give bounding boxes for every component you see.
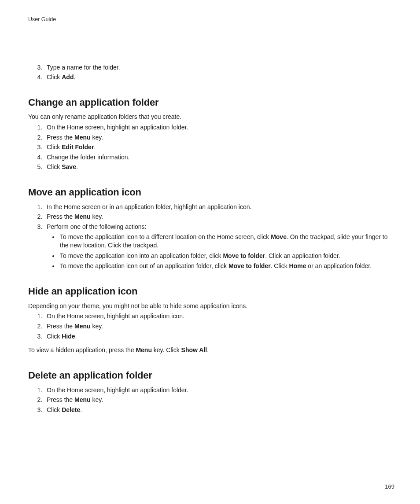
list-item: Click Add. bbox=[44, 73, 394, 82]
bullet-bold: Move bbox=[271, 233, 287, 240]
step-text: . bbox=[76, 163, 78, 170]
list-item: On the Home screen, highlight an applica… bbox=[44, 386, 394, 395]
bullet-text: To move the application icon out of an a… bbox=[60, 262, 228, 269]
step-text: Change the folder information. bbox=[47, 154, 129, 161]
note-text: key. Click bbox=[152, 346, 181, 353]
step-bold: Hide bbox=[62, 333, 75, 340]
step-text: Click bbox=[47, 406, 62, 413]
page-number: 169 bbox=[385, 483, 394, 491]
bullet-bold: Home bbox=[289, 262, 306, 269]
step-text: key. bbox=[91, 213, 103, 220]
step-bold: Edit Folder bbox=[62, 143, 94, 151]
step-bold: Save bbox=[62, 163, 76, 170]
step-text: Press the bbox=[47, 323, 74, 330]
step-text: . bbox=[74, 74, 75, 81]
bullet-item: To move the application icon out of an a… bbox=[59, 262, 394, 271]
step-text: Press the bbox=[47, 134, 74, 141]
list-item: Change the folder information. bbox=[44, 153, 394, 162]
hide-steps: On the Home screen, highlight an applica… bbox=[28, 312, 394, 341]
step-text: Click bbox=[47, 74, 62, 81]
list-item: Press the Menu key. bbox=[44, 396, 394, 405]
hide-note: To view a hidden application, press the … bbox=[28, 346, 394, 355]
list-item: Click Delete. bbox=[44, 406, 394, 415]
section-intro: You can only rename application folders … bbox=[28, 113, 394, 121]
bullet-item: To move the application icon to a differ… bbox=[59, 233, 394, 250]
list-item: Click Edit Folder. bbox=[44, 143, 394, 152]
step-bold: Menu bbox=[74, 134, 91, 141]
header-title: User Guide bbox=[28, 16, 56, 22]
step-text: key. bbox=[91, 323, 103, 330]
section-heading-hide: Hide an application icon bbox=[28, 285, 394, 298]
list-item: In the Home screen or in an application … bbox=[44, 203, 394, 212]
document-page: User Guide Type a name for the folder. C… bbox=[0, 0, 420, 504]
step-text: . bbox=[75, 333, 77, 340]
list-item: Press the Menu key. bbox=[44, 213, 394, 221]
step-text: . bbox=[94, 143, 96, 151]
list-item: Perform one of the following actions: To… bbox=[44, 223, 394, 271]
top-continuation-list: Type a name for the folder. Click Add. bbox=[28, 63, 394, 82]
step-text: Press the bbox=[47, 396, 74, 403]
section-heading-change: Change an application folder bbox=[28, 96, 394, 110]
list-item: Click Hide. bbox=[44, 332, 394, 341]
list-item: On the Home screen, highlight an applica… bbox=[44, 312, 394, 321]
step-text: Type a name for the folder. bbox=[47, 64, 120, 71]
bullet-item: To move the application icon into an app… bbox=[59, 252, 394, 261]
bullet-bold: Move to folder bbox=[228, 262, 271, 269]
move-steps: In the Home screen or in an application … bbox=[28, 203, 394, 271]
bullet-bold: Move to folder bbox=[223, 252, 265, 259]
step-text: On the Home screen, highlight an applica… bbox=[47, 313, 184, 320]
page-header: User Guide bbox=[28, 16, 394, 24]
bullet-text: To move the application icon to a differ… bbox=[60, 233, 271, 240]
step-text: Press the bbox=[47, 213, 74, 220]
step-text: Click bbox=[47, 163, 62, 170]
step-bold: Add bbox=[62, 74, 74, 81]
change-steps: On the Home screen, highlight an applica… bbox=[28, 123, 394, 172]
delete-steps: On the Home screen, highlight an applica… bbox=[28, 386, 394, 415]
step-bold: Menu bbox=[74, 213, 91, 220]
list-item: Click Save. bbox=[44, 163, 394, 172]
step-text: Click bbox=[47, 333, 62, 340]
step-text: key. bbox=[91, 396, 103, 403]
bullet-text: To move the application icon into an app… bbox=[60, 252, 223, 259]
step-text: key. bbox=[91, 134, 103, 141]
note-bold: Show All bbox=[181, 346, 207, 353]
step-text: On the Home screen, highlight an applica… bbox=[47, 124, 188, 131]
list-item: Type a name for the folder. bbox=[44, 63, 394, 72]
list-item: Press the Menu key. bbox=[44, 322, 394, 331]
section-heading-move: Move an application icon bbox=[28, 186, 394, 199]
step-text: Perform one of the following actions: bbox=[47, 223, 146, 230]
section-heading-delete: Delete an application folder bbox=[28, 369, 394, 383]
list-item: On the Home screen, highlight an applica… bbox=[44, 123, 394, 132]
step-text: . bbox=[80, 406, 82, 413]
step-text: In the Home screen or in an application … bbox=[47, 203, 251, 210]
step-bold: Menu bbox=[74, 323, 91, 330]
step-bold: Delete bbox=[62, 406, 80, 413]
note-text: To view a hidden application, press the bbox=[28, 346, 136, 353]
bullet-text: . Click bbox=[271, 262, 289, 269]
step-text: On the Home screen, highlight an applica… bbox=[47, 386, 188, 394]
section-intro: Depending on your theme, you might not b… bbox=[28, 302, 394, 311]
step-bold: Menu bbox=[74, 396, 91, 403]
move-bullets: To move the application icon to a differ… bbox=[47, 233, 394, 271]
bullet-text: . Click an application folder. bbox=[265, 252, 340, 259]
bullet-text: or an application folder. bbox=[306, 262, 372, 269]
list-item: Press the Menu key. bbox=[44, 133, 394, 142]
note-text: . bbox=[207, 346, 209, 353]
step-text: Click bbox=[47, 143, 62, 151]
note-bold: Menu bbox=[136, 346, 152, 353]
